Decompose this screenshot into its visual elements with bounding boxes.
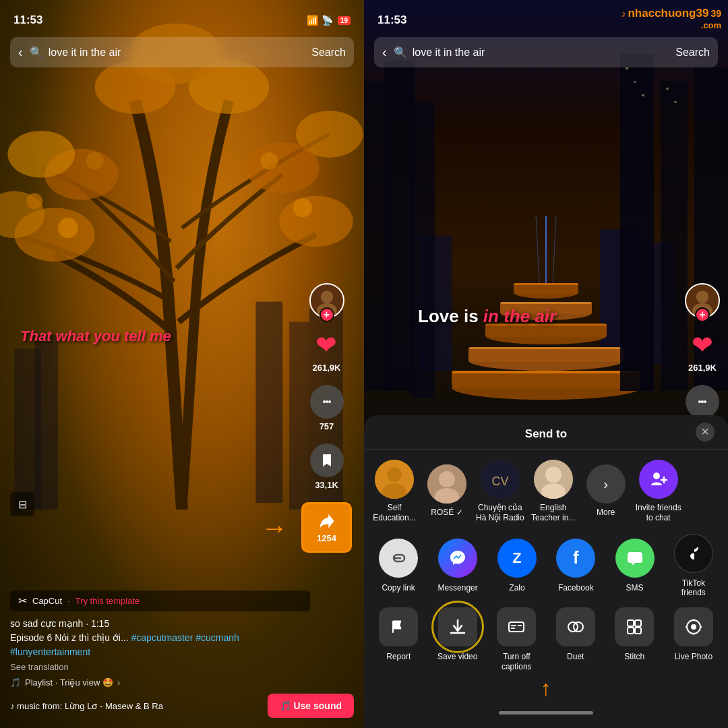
more-circle-icon: ›	[586, 464, 626, 504]
comment-count-left: 757	[320, 421, 334, 431]
watermark-sub: .com	[621, 20, 721, 30]
video-desc: so sad cực mạnh · 1:15 Episode 6 Nói z t…	[10, 617, 310, 659]
svg-rect-15	[255, 302, 282, 503]
right-like-action[interactable]: ❤ 261,9K	[688, 330, 717, 373]
svg-point-4	[279, 195, 353, 247]
capcut-prefix: CapCut	[32, 596, 62, 606]
right-comment-icon	[686, 385, 719, 419]
app-zalo-label: Zalo	[509, 583, 524, 593]
bottom-content: ✂ CapCut · Try this template so sad cực …	[10, 590, 310, 688]
app-sms[interactable]: SMS	[615, 539, 655, 593]
action-live-photo[interactable]: Live Photo	[671, 607, 715, 663]
follow-plus-badge[interactable]: +	[320, 307, 334, 322]
action-turn-off-captions[interactable]: Turn offcaptions	[495, 607, 539, 673]
bookmark-icon	[310, 444, 344, 477]
bottom-arrow-icon: ↑	[364, 676, 728, 701]
right-search-icon: 🔍	[394, 46, 407, 59]
svg-rect-89	[635, 620, 641, 626]
messenger-icon	[438, 539, 477, 578]
app-messenger[interactable]: Messenger	[437, 539, 477, 593]
music-note-icon: ♪	[621, 8, 626, 19]
tiktok-friends-icon	[674, 534, 713, 573]
report-icon	[379, 607, 418, 646]
battery-badge: 19	[338, 16, 351, 25]
see-translation[interactable]: See translation	[10, 662, 310, 672]
right-search-bar[interactable]: ‹ 🔍 love it in the air Search	[374, 37, 718, 67]
contact-hanoi-radio[interactable]: CV Chuyện củaHà Nội Radio	[476, 460, 524, 524]
contact-avatar-rose	[427, 464, 466, 504]
svg-rect-51	[661, 81, 688, 391]
live-photo-label: Live Photo	[674, 652, 712, 663]
comment-action[interactable]: 757	[310, 385, 344, 431]
action-stitch[interactable]: Stitch	[613, 607, 657, 663]
action-save-video[interactable]: Save video	[435, 607, 479, 663]
svg-point-25	[326, 400, 328, 403]
app-copy-link-label: Copy link	[382, 583, 415, 593]
capcut-link[interactable]: Try this template	[75, 596, 140, 606]
share-action-container: 1254 →	[301, 502, 352, 553]
app-sms-label: SMS	[626, 583, 644, 593]
playlist-text: Playlist · Triệu view 🤩	[25, 677, 113, 688]
contact-rose[interactable]: ROSÉ ✓	[423, 464, 471, 518]
right-follow-badge[interactable]: +	[695, 307, 710, 322]
like-action[interactable]: ❤ 261,9K	[313, 330, 341, 373]
svg-rect-84	[511, 628, 515, 629]
share-action[interactable]: 1254	[301, 502, 352, 553]
svg-rect-19	[14, 348, 41, 510]
app-zalo[interactable]: Z Zalo	[497, 539, 537, 593]
zalo-letter: Z	[512, 549, 521, 567]
bottom-arrow-area: ↑	[364, 676, 728, 701]
save-video-highlight-ring	[431, 601, 484, 653]
contact-self-education[interactable]: SelfEducation...	[371, 460, 418, 524]
svg-rect-57	[634, 81, 636, 83]
app-tiktok-friends-label: TikTokfriends	[681, 578, 706, 597]
bookmark-count-left: 33,1K	[315, 480, 338, 490]
svg-rect-85	[518, 625, 522, 626]
left-status-bar: 11:53 📶 📡 19	[0, 0, 364, 34]
left-time: 11:53	[13, 13, 42, 27]
contact-english-teacher[interactable]: EnglishTeacher in...	[530, 460, 577, 524]
svg-rect-91	[635, 628, 641, 634]
search-button-left[interactable]: Search	[311, 47, 346, 59]
app-copy-link[interactable]: Copy link	[379, 539, 418, 593]
music-bar: ♪ music from: Lừng Lơ - Masew & B Ra 🎵 U…	[10, 694, 354, 718]
home-indicator	[499, 711, 593, 715]
right-search-button[interactable]: Search	[675, 47, 710, 59]
comment-icon	[310, 385, 344, 419]
svg-text:CV: CV	[491, 475, 508, 488]
search-text-left[interactable]: love it in the air	[49, 47, 312, 59]
right-back-icon[interactable]: ‹	[382, 44, 387, 60]
close-button[interactable]: ×	[696, 423, 715, 442]
app-tiktok-friends[interactable]: TikTokfriends	[674, 534, 713, 597]
playlist-bar[interactable]: 🎵 Playlist · Triệu view 🤩 ›	[10, 677, 310, 688]
svg-rect-56	[626, 67, 628, 69]
arrow-indicator: →	[261, 512, 288, 543]
creator-avatar[interactable]: +	[309, 283, 344, 318]
contact-more[interactable]: › More	[582, 464, 630, 518]
action-duet[interactable]: Duet	[553, 607, 597, 663]
bookmark-action[interactable]: 33,1K	[310, 444, 344, 490]
action-report[interactable]: Report	[377, 607, 421, 663]
use-sound-button[interactable]: 🎵 Use sound	[268, 694, 354, 718]
svg-rect-59	[666, 88, 669, 90]
contact-more-label: More	[597, 508, 615, 518]
heart-icon: ❤	[315, 330, 337, 360]
svg-rect-60	[674, 101, 677, 103]
stitch-label: Stitch	[624, 652, 644, 663]
contact-invite-friends[interactable]: Invite friendsto chat	[635, 460, 682, 524]
right-search-text[interactable]: love it in the air	[413, 47, 676, 59]
contact-avatar-hanoi-radio: CV	[481, 460, 520, 499]
right-creator-avatar[interactable]: +	[685, 283, 720, 318]
back-arrow-icon[interactable]: ‹	[18, 44, 23, 60]
svg-point-13	[86, 152, 104, 170]
capcut-bar[interactable]: ✂ CapCut · Try this template	[10, 590, 310, 611]
facebook-icon: f	[556, 539, 595, 578]
share-title: Send to	[525, 427, 567, 441]
left-search-bar[interactable]: ‹ 🔍 love it in the air Search	[10, 37, 354, 67]
svg-point-79	[394, 557, 396, 559]
app-facebook[interactable]: f Facebook	[556, 539, 595, 593]
svg-rect-88	[628, 620, 634, 626]
caption-icon[interactable]: ⊟	[10, 492, 34, 516]
lyrics-text-2: in the air	[483, 306, 556, 326]
svg-point-26	[328, 400, 331, 403]
